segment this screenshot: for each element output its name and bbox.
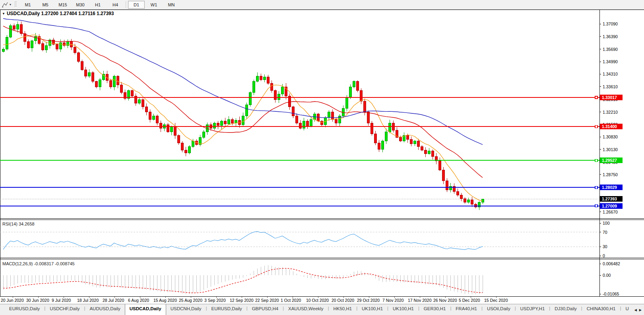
chart-tab-usdchf-daily[interactable]: USDCHF,Daily [45, 304, 84, 315]
date-axis-label: 20 Jun 2020 [1, 298, 24, 303]
chart-tab-hk50-h1[interactable]: HK50,H1 [329, 304, 356, 315]
date-axis-label: 22 Sep 2020 [255, 298, 279, 303]
rsi-axis-label: 0 [603, 253, 605, 258]
rsi-axis-label: 70 [603, 230, 607, 235]
chart-tab-usdcnh-daily[interactable]: USDCNH,Daily [166, 304, 206, 315]
price-axis-label: 1.33610 [603, 84, 618, 89]
level-price-label: 1.29527 [600, 158, 623, 163]
date-axis-label: 7 Nov 2020 [382, 298, 404, 303]
chart-tab-u[interactable]: U [621, 304, 633, 315]
date-axis-label: 29 Oct 2020 [357, 298, 380, 303]
toolbar-drag-handle[interactable] [14, 2, 17, 8]
price-axis-label: 1.36390 [603, 34, 618, 39]
level-price-label: 1.33017 [600, 95, 623, 100]
date-axis-label: 25 Aug 2020 [179, 298, 202, 303]
timeframe-button-m15[interactable]: M15 [54, 1, 71, 9]
date-axis-label: 17 Nov 2020 [408, 298, 432, 303]
chart-tab-audusd-daily[interactable]: AUDUSD,Daily [85, 304, 124, 315]
price-axis-label: 1.32210 [603, 110, 618, 115]
chart-window: 1.370901.363901.356901.349901.343101.336… [0, 0, 644, 315]
date-axis-label: 12 Sep 2020 [230, 298, 254, 303]
timeframe-button-w1[interactable]: W1 [145, 1, 162, 9]
chart-tab-usdjpy-h1[interactable]: USDJPY,H1 [516, 304, 549, 315]
chart-tool-icon[interactable] [2, 2, 9, 8]
rsi-indicator-label: RSI(14) 34.2658 [2, 222, 35, 226]
date-axis-label: 18 Jul 2020 [77, 298, 99, 303]
date-axis-label: 26 Nov 2020 [433, 298, 457, 303]
chart-overlays: 1.370901.363901.356901.349901.343101.336… [0, 0, 644, 315]
date-axis-label: 15 Dec 2020 [484, 298, 508, 303]
tab-scroll-right-icon[interactable]: ▶ [639, 308, 642, 312]
current-price-label: 1.27393 [600, 196, 623, 202]
price-axis-label: 1.34990 [603, 59, 618, 64]
timeframe-button-d1[interactable]: D1 [128, 1, 145, 9]
chart-tab-usdcad-daily[interactable]: USDCAD,Daily [125, 304, 166, 315]
chart-tab-xauusd-weekly[interactable]: XAUUSD,Weekly [284, 304, 328, 315]
timeframe-button-group: M1M5M15M30H1H4D1W1MN [19, 1, 180, 9]
macd-axis-label: 0.00 [603, 273, 611, 278]
chart-tab-dj30-daily[interactable]: DJ30,Daily [550, 304, 581, 315]
rsi-axis-label: 30 [603, 244, 607, 249]
chart-tab-china300-h1[interactable]: CHINA300,H1 [582, 304, 620, 315]
dropdown-caret-icon[interactable]: ▾ [10, 3, 11, 6]
date-axis-label: 3 Sep 2020 [204, 298, 226, 303]
timeframe-button-m30[interactable]: M30 [72, 1, 89, 9]
date-axis-label: 30 Jun 2020 [26, 298, 49, 303]
chart-tab-uk100-h1[interactable]: UK100,H1 [357, 304, 387, 315]
date-axis-label: 5 Dec 2020 [459, 298, 480, 303]
date-axis-label: 10 Oct 2020 [306, 298, 329, 303]
chart-tab-usoil-daily[interactable]: USOil,Daily [483, 304, 515, 315]
chart-tab-gbpusd-h4[interactable]: GBPUSD,H4 [248, 304, 283, 315]
rsi-axis-label: 100 [603, 221, 610, 226]
macd-indicator-label: MACD(12,26,9) -0.008317 -0.008745 [2, 261, 75, 266]
chart-title: ▼USDCAD,Daily 1.27200 1.27404 1.27116 1.… [2, 11, 114, 16]
price-axis-label: 1.26670 [603, 210, 618, 214]
timeframe-button-mn[interactable]: MN [163, 1, 180, 9]
toolbar-separator [126, 1, 126, 8]
timeframe-button-m1[interactable]: M1 [19, 1, 36, 9]
date-axis-label: 28 Jul 2020 [103, 298, 124, 303]
macd-axis-label: -0.01065 [603, 292, 619, 296]
date-axis-label: 9 Jul 2020 [52, 298, 71, 303]
price-axis-label: 1.34310 [603, 72, 618, 76]
price-axis-label: 1.35690 [603, 47, 618, 52]
date-axis-label: 6 Aug 2020 [128, 298, 149, 303]
macd-axis-label: 0.006482 [603, 261, 620, 266]
tab-scroll-left-icon[interactable]: ◀ [634, 308, 637, 312]
price-axis-label: 1.30130 [603, 147, 618, 152]
price-axis-label: 1.30830 [603, 134, 618, 139]
date-axis-label: 1 Oct 2020 [281, 298, 301, 303]
drawing-tool-group: ▾ [0, 0, 13, 9]
chart-tab-bar: EURUSD,Daily|USDCHF,Daily|AUDUSD,DailyUS… [0, 304, 644, 315]
price-axis-label: 1.28750 [603, 172, 618, 177]
chart-tabs: EURUSD,Daily|USDCHF,Daily|AUDUSD,DailyUS… [0, 304, 633, 315]
date-axis-label: 20 Oct 2020 [332, 298, 354, 303]
level-price-label: 1.27009 [600, 203, 623, 209]
chart-tab-ger30-h1[interactable]: GER30,H1 [419, 304, 450, 315]
timeframe-button-h1[interactable]: H1 [89, 1, 106, 9]
top-toolbar: ▾ M1M5M15M30H1H4D1W1MN [0, 0, 644, 10]
chart-tab-eurusd-daily[interactable]: EURUSD,Daily [207, 304, 246, 315]
chart-tab-eurusd-daily[interactable]: EURUSD,Daily [5, 304, 44, 315]
chart-title-text: USDCAD,Daily 1.27200 1.27404 1.27116 1.2… [7, 11, 114, 16]
chart-tab-fra40-h1[interactable]: FRA40,H1 [451, 304, 481, 315]
timeframe-button-h4[interactable]: H4 [107, 1, 124, 9]
level-price-label: 1.28029 [600, 185, 623, 190]
price-axis-label: 1.37090 [603, 21, 618, 26]
level-price-label: 1.31400 [600, 124, 623, 129]
date-axis-label: 15 Aug 2020 [153, 298, 177, 303]
timeframe-button-m5[interactable]: M5 [37, 1, 54, 9]
chart-tab-uk100-h1[interactable]: UK100,H1 [388, 304, 418, 315]
symbol-dropdown-icon[interactable]: ▼ [2, 12, 5, 16]
tab-scroll-buttons: ◀ ▶ [633, 304, 643, 315]
